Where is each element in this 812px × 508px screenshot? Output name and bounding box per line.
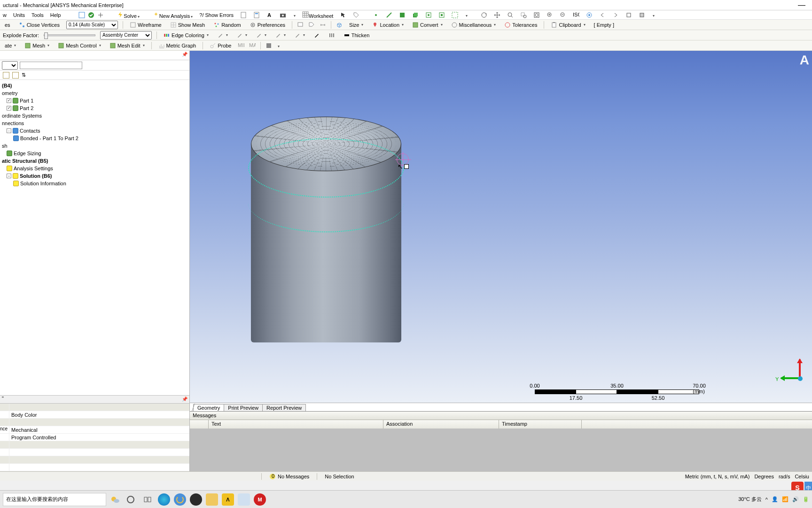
show-errors-button[interactable]: ?/ Show Errors [199,12,234,18]
solve-button[interactable]: Solve [117,11,140,19]
tree-contacts[interactable]: Contacts [20,128,40,134]
messages-col-icon[interactable] [190,420,209,429]
tray-people-icon[interactable]: 👤 [772,496,778,502]
tray-volume-icon[interactable]: 🔊 [792,496,799,502]
zoom-in-icon[interactable] [547,12,553,18]
sel-face-icon[interactable] [399,12,406,18]
pointer-icon[interactable] [340,12,346,18]
tray-network-icon[interactable]: 📶 [782,496,789,502]
tree-project[interactable]: (B4) [2,83,12,88]
tray-chevron-icon[interactable]: ^ [765,497,768,502]
filter-select[interactable] [2,61,18,70]
tree-solution-info[interactable]: Solution Information [20,181,66,186]
mesh-dropdown[interactable]: Mesh [23,42,51,49]
tree-mesh[interactable]: sh [2,143,8,149]
minimize-button[interactable]: — [794,1,809,9]
tree-part2[interactable]: Part 2 [20,105,33,111]
line-toggle[interactable] [327,32,337,39]
annotation-icon[interactable] [297,22,304,28]
refresh-icon[interactable] [78,12,85,18]
check-icon[interactable] [88,12,94,18]
pan-icon[interactable] [494,12,500,18]
tree-analysis-settings[interactable]: Analysis Settings [14,166,53,171]
tag-icon[interactable] [353,12,359,18]
location-dropdown[interactable]: Location [370,21,406,29]
doc-icon[interactable] [240,12,247,18]
edge-app-icon[interactable] [158,493,170,506]
messages-col-association[interactable]: Association [383,420,499,429]
pen3[interactable] [254,32,268,39]
page-icon[interactable] [253,12,260,18]
menu-units[interactable]: Units [13,12,25,18]
zoom-icon[interactable] [507,12,514,18]
tolerances-button[interactable]: Tolerances [502,21,539,29]
sel-body-icon[interactable] [412,12,419,18]
prop-body-color[interactable]: Body Color [9,411,189,418]
camera-icon[interactable] [280,12,286,18]
iso-icon[interactable]: ISO [573,12,579,18]
app-icon-2[interactable] [238,493,250,506]
a-icon[interactable]: A [266,12,273,18]
tree-edge-sizing[interactable]: Edge Sizing [14,151,41,156]
expand-icon[interactable] [97,12,104,18]
thicken-button[interactable]: Thicken [342,32,372,39]
pen6[interactable] [312,32,322,39]
sel-all-icon[interactable] [452,12,458,18]
messages-col-text[interactable]: Text [209,420,383,429]
prop-program-controlled[interactable]: Program Controlled [9,434,189,441]
menu-view[interactable]: w [3,12,7,18]
tree-bonded[interactable]: Bonded - Part 1 To Part 2 [20,135,78,141]
view-front-icon[interactable] [639,12,645,18]
display-icon[interactable] [265,42,272,49]
pen1[interactable] [215,32,230,39]
pen4[interactable] [273,32,288,39]
task-view-icon[interactable] [141,493,154,506]
sel-element-icon[interactable] [438,12,445,18]
tree-sort-icon[interactable]: ⇅ [22,72,28,79]
taskbar-search[interactable]: 在这里输入你要搜索的内容 [3,493,106,506]
pin-icon[interactable]: 📌 [182,52,187,57]
tray-battery-icon[interactable]: 🔋 [803,496,809,502]
tree-connections[interactable]: nnections [2,120,24,126]
zoom-out-icon[interactable] [560,12,566,18]
edge-coloring-dropdown[interactable]: Edge Coloring [162,32,211,39]
sel-node-icon[interactable] [425,12,432,18]
mesh-control-dropdown[interactable]: Mesh Control [56,42,102,49]
tab-print-preview[interactable]: Print Preview [224,404,263,411]
dimension-icon[interactable] [320,22,326,28]
tree-part1[interactable]: Part 1 [20,98,33,103]
outline-tree[interactable]: (B4) ometry ✓Part 1 ✓Part 2 ordinate Sys… [0,80,189,395]
tree-coord-systems[interactable]: ordinate Systems [2,113,42,119]
assembly-center-select[interactable]: Assembly Center [100,31,152,40]
ansys-app-icon[interactable]: Λ [222,493,234,506]
filter-input[interactable] [20,62,82,69]
view-cube-icon[interactable] [625,12,632,18]
wireframe-button[interactable]: Wireframe [128,21,164,29]
sel-edge-icon[interactable] [386,12,392,18]
min-icon[interactable]: MIN [238,42,244,49]
tree-geometry[interactable]: ometry [2,90,18,96]
zoom-fit-icon[interactable] [533,12,540,18]
menu-help[interactable]: Help [50,12,61,18]
preferences-button[interactable]: Preferences [248,21,287,29]
system-tray[interactable]: 30°C 多云 ^ 👤 📶 🔊 🔋 [738,496,809,503]
mesh-edit-dropdown[interactable]: Mesh Edit [108,42,147,49]
sel-vertex-icon[interactable] [373,12,379,18]
prev-view-icon[interactable] [599,12,606,18]
cortana-icon[interactable] [124,493,137,506]
max-icon[interactable]: MAX [249,42,256,49]
tree-solution[interactable]: Solution (B6) [20,173,52,179]
convert-dropdown[interactable]: Convert [410,21,445,29]
graphics-viewport[interactable]: A ↖ 0.00 35.00 70.00 (mm) 17.50 52.50 [190,51,812,411]
menu-tools[interactable]: Tools [31,12,44,18]
app-icon-1[interactable] [190,493,202,506]
pen2[interactable] [234,32,249,39]
explode-slider[interactable] [44,34,95,36]
tab-report-preview[interactable]: Report Preview [262,404,306,411]
misc-dropdown[interactable]: Miscellaneous [449,21,498,29]
messages-col-timestamp[interactable]: Timestamp [499,420,582,429]
close-vertices-button[interactable]: Close Vertices [17,21,62,29]
auto-scale-select[interactable]: 0.14 (Auto Scale) [66,21,118,29]
prop-mechanical[interactable]: Mechanical [9,426,189,433]
model-cylinder[interactable] [251,117,401,342]
